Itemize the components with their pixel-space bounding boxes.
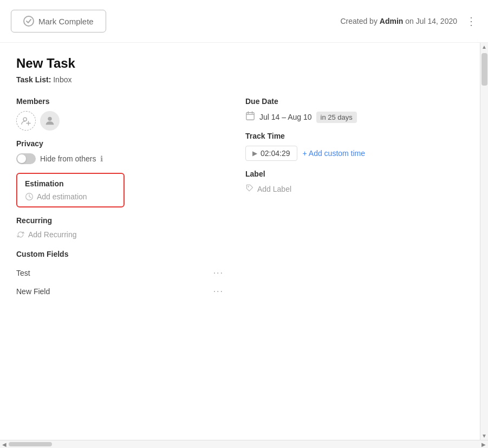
top-bar: Mark Complete Created by Admin on Jul 14… <box>0 0 488 43</box>
fields-grid: Members <box>16 97 464 301</box>
mark-complete-button[interactable]: Mark Complete <box>11 10 106 33</box>
days-badge: in 25 days <box>316 112 357 123</box>
custom-field-name-new-field: New Field <box>16 287 50 296</box>
privacy-label: Privacy <box>16 139 224 148</box>
time-display[interactable]: ▶ 02:04:29 <box>245 146 297 161</box>
members-label: Members <box>16 97 224 106</box>
custom-fields-section: Custom Fields Test ··· New Field ··· <box>16 250 224 301</box>
custom-field-test: Test ··· <box>16 264 224 282</box>
bottom-scrollbar-thumb[interactable] <box>9 442 52 446</box>
time-value: 02:04:29 <box>261 149 290 158</box>
info-icon[interactable]: ℹ <box>100 154 103 163</box>
task-list-line: Task List: Inbox <box>16 75 464 84</box>
privacy-section: Privacy Hide from others ℹ <box>16 139 224 164</box>
recurring-label: Recurring <box>16 216 224 225</box>
add-recurring-button[interactable]: Add Recurring <box>16 230 224 239</box>
add-estimation-button[interactable]: Add estimation <box>25 192 116 201</box>
member-avatar[interactable] <box>40 111 60 131</box>
track-time-section: Track Time ▶ 02:04:29 + Add custom time <box>245 132 464 161</box>
due-date-row: Jul 14 – Aug 10 in 25 days <box>245 111 464 123</box>
scrollbar-thumb[interactable] <box>482 53 487 86</box>
custom-field-name-test: Test <box>16 269 30 277</box>
custom-field-new-field: New Field ··· <box>16 282 224 301</box>
add-label-text: Add Label <box>257 185 291 193</box>
recurring-icon <box>16 230 25 239</box>
content-area: New Task Task List: Inbox Members <box>0 43 488 440</box>
calendar-icon <box>245 111 255 123</box>
members-section: Members <box>16 97 224 131</box>
add-custom-time-button[interactable]: + Add custom time <box>303 149 366 158</box>
date-range-text[interactable]: Jul 14 – Aug 10 <box>259 113 312 121</box>
toggle-thumb <box>17 154 26 163</box>
scrollbar-track: ▲ ▼ <box>480 43 488 440</box>
privacy-toggle[interactable] <box>16 153 36 164</box>
custom-field-dots-new-field[interactable]: ··· <box>213 287 224 296</box>
label-section: Label Add Label <box>245 170 464 194</box>
hide-from-others-label: Hide from others <box>40 154 96 163</box>
play-icon: ▶ <box>252 150 257 157</box>
more-options-icon[interactable]: ⋮ <box>466 15 477 28</box>
main-panel: New Task Task List: Inbox Members <box>0 43 480 440</box>
scrollbar-down-arrow[interactable]: ▼ <box>480 432 489 440</box>
recurring-section: Recurring Add Recurring <box>16 216 224 239</box>
add-label-button[interactable]: Add Label <box>245 184 464 194</box>
estimation-highlighted-box: Estimation Add estimation <box>16 173 125 207</box>
left-column: Members <box>16 97 240 301</box>
task-title[interactable]: New Task <box>16 56 464 71</box>
scroll-right-arrow[interactable]: ▶ <box>482 441 486 447</box>
due-date-label: Due Date <box>245 97 464 106</box>
scrollbar-up-arrow[interactable]: ▲ <box>480 43 489 51</box>
members-row <box>16 111 224 131</box>
due-date-section: Due Date Jul 14 – Aug 10 <box>245 97 464 123</box>
scroll-left-arrow[interactable]: ◀ <box>2 441 6 447</box>
top-right-info: Created by Admin on Jul 14, 2020 ⋮ <box>340 15 477 28</box>
add-member-icon[interactable] <box>16 111 36 131</box>
add-estimation-text: Add estimation <box>37 192 87 201</box>
main-container: Mark Complete Created by Admin on Jul 14… <box>0 0 488 448</box>
svg-point-3 <box>48 117 51 121</box>
add-recurring-text: Add Recurring <box>28 230 77 239</box>
estimation-section: Estimation Add estimation <box>16 173 224 207</box>
created-by-text: Created by Admin on Jul 14, 2020 <box>340 17 457 25</box>
svg-point-0 <box>23 118 27 121</box>
track-time-label: Track Time <box>245 132 464 140</box>
svg-point-9 <box>248 186 249 187</box>
clock-icon <box>25 192 34 201</box>
label-section-label: Label <box>245 170 464 178</box>
check-circle-icon <box>23 16 34 27</box>
tag-icon <box>245 184 254 194</box>
privacy-row: Hide from others ℹ <box>16 153 224 164</box>
svg-rect-5 <box>246 113 254 120</box>
estimation-label: Estimation <box>25 179 116 188</box>
bottom-scrollbar: ◀ ▶ <box>0 440 488 448</box>
custom-fields-label: Custom Fields <box>16 250 224 258</box>
custom-field-dots-test[interactable]: ··· <box>213 268 224 278</box>
track-time-row: ▶ 02:04:29 + Add custom time <box>245 146 464 161</box>
right-column: Due Date Jul 14 – Aug 10 <box>240 97 464 301</box>
mark-complete-label: Mark Complete <box>38 17 94 26</box>
